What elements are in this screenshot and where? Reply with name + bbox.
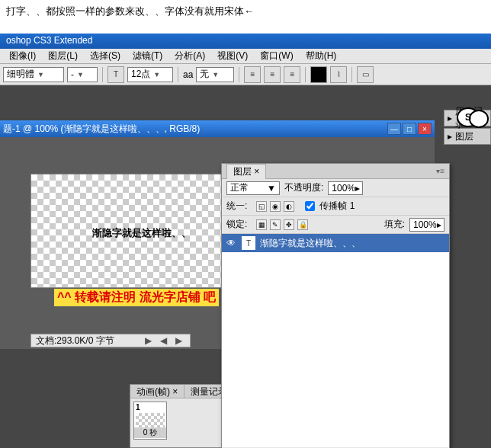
canvas-text-layer[interactable]: 渐隐字就是这样啦、、 (92, 226, 191, 240)
text-layer-thumb: T (242, 236, 255, 250)
propagate-checkbox[interactable] (305, 201, 315, 211)
visibility-icon[interactable]: 👁 (225, 238, 237, 248)
font-size-combo[interactable]: 12点▼ (127, 67, 173, 82)
palette-toggle-icon[interactable]: ▭ (357, 66, 374, 83)
text-size-icon: T (108, 66, 124, 83)
frame-delay[interactable]: 0 秒 (134, 427, 166, 438)
lock-trans-icon[interactable]: ▦ (256, 219, 267, 230)
layers-panel: 图层 × ▾≡ 正常▼ 不透明度: 100%▸ 统一: ◱ ◉ ◐ 传播帧 1 … (221, 163, 450, 448)
close-button[interactable]: × (418, 123, 432, 135)
antialias-combo[interactable]: 无▼ (196, 67, 234, 82)
align-right-icon[interactable]: ≡ (284, 66, 300, 83)
maximize-button[interactable]: □ (403, 123, 416, 135)
history-icon: ▸ (448, 113, 452, 123)
app-titlebar: oshop CS3 Extended (0, 34, 491, 49)
lock-paint-icon[interactable]: ✎ (270, 219, 281, 230)
text-color-swatch[interactable] (310, 66, 327, 83)
warp-text-icon[interactable]: ⌇ (330, 66, 347, 83)
menubar: 图像(I) 图层(L) 选择(S) 滤镜(T) 分析(A) 视图(V) 窗口(W… (0, 49, 491, 64)
layers-panel-tab[interactable]: 图层 × (226, 164, 266, 179)
menu-layer[interactable]: 图层(L) (43, 48, 82, 64)
menu-window[interactable]: 窗口(W) (255, 48, 297, 64)
blend-mode-combo[interactable]: 正常▼ (226, 181, 280, 195)
unify-label: 统一: (226, 200, 247, 213)
layer-list: 👁 T 渐隐字就是这样啦、、、 (222, 234, 449, 447)
menu-help[interactable]: 帮助(H) (301, 48, 342, 64)
menu-filter[interactable]: 滤镜(T) (128, 48, 167, 64)
align-center-icon[interactable]: ≡ (264, 66, 281, 83)
animation-tab[interactable]: 动画(帧) × (130, 385, 185, 398)
layer-item[interactable]: 👁 T 渐隐字就是这样啦、、、 (222, 234, 449, 252)
menu-image[interactable]: 图像(I) (5, 48, 40, 64)
font-style-combo[interactable]: -▼ (67, 67, 98, 82)
status-bar: 文档:293.0K/0 字节▶ ◀ ▶ (30, 334, 191, 347)
svg-point-1 (470, 110, 488, 127)
font-family-combo[interactable]: 细明體▼ (3, 67, 64, 82)
menu-view[interactable]: 视图(V) (213, 48, 252, 64)
propagate-label: 传播帧 1 (319, 200, 355, 213)
speech-bubble-icon: S (456, 107, 489, 130)
menu-analysis[interactable]: 分析(A) (170, 48, 210, 64)
opacity-label: 不透明度: (284, 181, 323, 194)
lock-move-icon[interactable]: ✥ (284, 219, 294, 230)
fill-field[interactable]: 100%▸ (409, 218, 444, 232)
layers-icon: ▸ (448, 131, 452, 142)
options-bar: 细明體▼ -▼ T 12点▼ aa 无▼ ≡ ≡ ≡ ⌇ ▭ (0, 64, 491, 85)
lock-all-icon[interactable]: 🔒 (297, 219, 308, 230)
unify-pos-icon[interactable]: ◱ (256, 201, 267, 212)
photoshop-app: oshop CS3 Extended 图像(I) 图层(L) 选择(S) 滤镜(… (0, 34, 491, 448)
layer-name[interactable]: 渐隐字就是这样啦、、、 (260, 237, 361, 250)
unify-style-icon[interactable]: ◐ (284, 201, 294, 212)
fill-label: 填充: (384, 218, 405, 231)
minimize-button[interactable]: — (387, 123, 401, 135)
animation-frame[interactable]: 1 0 秒 (133, 402, 167, 440)
panel-menu-icon[interactable]: ▾≡ (436, 167, 444, 175)
frame-number: 1 (136, 403, 140, 411)
watermark-overlay: ^^ 转载请注明 流光字店铺 吧 (54, 289, 219, 306)
menu-select[interactable]: 选择(S) (85, 48, 125, 64)
document-title-text: 题-1 @ 100% (渐隐字就是这样啦、、、, RGB/8) (3, 123, 200, 136)
aa-label: aa (183, 69, 193, 80)
align-left-icon[interactable]: ≡ (244, 66, 261, 83)
opacity-field[interactable]: 100%▸ (328, 181, 363, 195)
layers-panel-tabs: 图层 × ▾≡ (222, 164, 449, 179)
unify-vis-icon[interactable]: ◉ (270, 201, 281, 212)
instruction-text: 打字、、都按照一样的参数来改、、字体没有就用宋体← (0, 0, 491, 23)
lock-label: 锁定: (226, 218, 247, 231)
document-titlebar: 题-1 @ 100% (渐隐字就是这样啦、、、, RGB/8) — □ × (0, 120, 435, 137)
svg-text:S: S (465, 112, 471, 123)
